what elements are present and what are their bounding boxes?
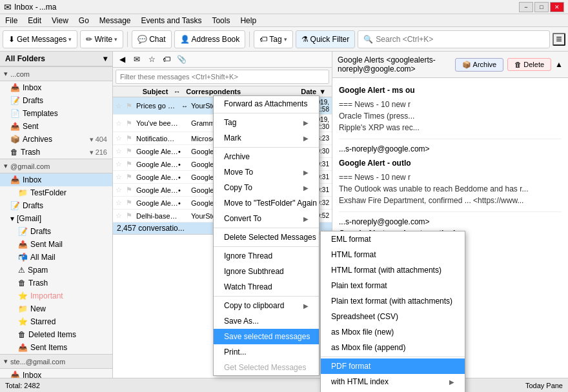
- important-icon: ⭐: [18, 291, 28, 300]
- ctx-watch-thread[interactable]: Watch Thread: [214, 279, 319, 295]
- back-icon[interactable]: ◀: [116, 53, 128, 66]
- restore-button[interactable]: □: [534, 2, 549, 12]
- archives-count: ▾ 404: [90, 135, 107, 144]
- sidebar-item-important[interactable]: ⭐ Important: [0, 289, 112, 302]
- ctx-move-to-arrow: ▶: [303, 169, 309, 176]
- close-button[interactable]: ✕: [550, 2, 564, 12]
- star-8: ☆: [116, 211, 126, 220]
- ctx-plain-text-format-attachments[interactable]: Plain text format (with attachments): [321, 293, 465, 309]
- menubar-item-help[interactable]: Help: [235, 15, 261, 26]
- ctx-convert-to[interactable]: Convert To ▶: [214, 211, 319, 226]
- ctx-delete[interactable]: Delete Selected Messages: [214, 230, 319, 245]
- ctx-mbox-append[interactable]: as Mbox file (append): [321, 340, 465, 355]
- menubar-item-view[interactable]: View: [46, 15, 74, 26]
- get-messages-icon: ⬇: [8, 35, 15, 44]
- toolbar-separator-1: [127, 32, 128, 47]
- ctx-get-selected-messages[interactable]: Get Selected Messages: [214, 360, 319, 375]
- cc-col-header: ↔: [170, 88, 183, 95]
- account3-email: ste...@gmail.com: [10, 358, 65, 366]
- sidebar-item-trash-2[interactable]: 🗑 Trash: [0, 277, 112, 289]
- ctx-print[interactable]: Print...: [214, 344, 319, 360]
- body1-extra: Ripple's XRP was rec...: [339, 122, 562, 133]
- ctx-just-index-html[interactable]: just index (HTML): [321, 389, 465, 392]
- menubar-item-events-and-tasks[interactable]: Events and Tasks: [136, 15, 207, 26]
- ctx-tag[interactable]: Tag ▶: [214, 115, 319, 130]
- search-input[interactable]: [376, 35, 544, 44]
- address-book-button[interactable]: 👤 Address Book: [174, 30, 246, 48]
- sidebar-item-spam[interactable]: ⚠ Spam: [0, 264, 112, 277]
- sidebar-item-inbox-2[interactable]: 📥 Inbox: [0, 173, 112, 186]
- context-menu-1: Forward as Attachments Tag ▶ Mark ▶ Arch…: [213, 95, 320, 376]
- sidebar-item-trash-1[interactable]: 🗑 Trash ▾ 216: [0, 146, 112, 159]
- sidebar-item-drafts-2[interactable]: 📝 Drafts: [0, 199, 112, 212]
- menubar-item-tools[interactable]: Tools: [207, 15, 235, 26]
- ctx-move-to[interactable]: Move To ▶: [214, 164, 319, 180]
- sidebar-item-gmail-drafts[interactable]: 📝 Drafts: [0, 225, 112, 238]
- ctx-eml-format[interactable]: EML format: [321, 231, 465, 247]
- ctx-move-to-testfolder[interactable]: Move to "TestFolder" Again: [214, 195, 319, 211]
- ctx-save-as[interactable]: Save As...: [214, 313, 319, 329]
- account3-header[interactable]: ▾ ste...@gmail.com: [0, 354, 112, 369]
- ctx-pdf-format[interactable]: PDF format: [321, 358, 465, 374]
- sidebar-item-sent-mail[interactable]: 📤 Sent Mail: [0, 238, 112, 251]
- star-7: ☆: [116, 199, 126, 207]
- sidebar-item-starred[interactable]: ⭐ Starred: [0, 315, 112, 328]
- ctx-html-format-attachments[interactable]: HTML format (with attachments): [321, 262, 465, 278]
- filter-input[interactable]: [116, 70, 329, 84]
- ctx-spreadsheet-csv[interactable]: Spreadsheet (CSV): [321, 309, 465, 324]
- tag-button[interactable]: 🏷 Tag ▾: [254, 30, 292, 48]
- sidebar-item-testfolder[interactable]: 📁 TestFolder: [0, 186, 112, 199]
- delete-button[interactable]: 🗑 Delete: [507, 58, 551, 71]
- chat-button[interactable]: 💬 Chat: [132, 30, 171, 48]
- search-box[interactable]: 🔍: [358, 30, 550, 48]
- status-bar: Total: 2482 Today Pane: [0, 378, 568, 392]
- ctx-copy-to-clipboard[interactable]: Copy to clipboard ▶: [214, 298, 319, 313]
- ctx-html-format[interactable]: HTML format: [321, 247, 465, 262]
- menubar-item-file[interactable]: File: [0, 15, 23, 26]
- date-col-header: Date: [278, 88, 316, 95]
- quick-filter-button[interactable]: ⚗ Quick Filter: [296, 30, 356, 48]
- account2-header[interactable]: ▾ @gmail.com: [0, 159, 112, 173]
- sidebar-item-deleted-items[interactable]: 🗑 Deleted Items: [0, 328, 112, 341]
- ctx-archive[interactable]: Archive: [214, 149, 319, 164]
- ctx-forward-as-attachments[interactable]: Forward as Attachments: [214, 96, 319, 112]
- ctx-copy-to[interactable]: Copy To ▶: [214, 180, 319, 195]
- account1-header[interactable]: ▾ ...com: [0, 66, 112, 81]
- sidebar-item-inbox-1[interactable]: 📥 Inbox: [0, 81, 112, 94]
- sidebar-item-templates-1[interactable]: 📄 Templates: [0, 107, 112, 120]
- sidebar-item-gmail[interactable]: ▾ [Gmail]: [0, 212, 112, 225]
- attachment-icon[interactable]: 📎: [175, 53, 188, 66]
- tag-icon-2[interactable]: 🏷: [160, 53, 173, 66]
- toolbar: ⬇ Get Messages ▾ ✏ Write ▾ 💬 Chat 👤 Addr…: [0, 27, 568, 52]
- sidebar-item-sent-1[interactable]: 📤 Sent: [0, 120, 112, 133]
- minimize-button[interactable]: −: [519, 2, 533, 12]
- today-pane-button[interactable]: Today Pane: [525, 382, 563, 389]
- correspondents-col-header: Correspondents: [186, 88, 276, 95]
- menubar-item-edit[interactable]: Edit: [23, 15, 46, 26]
- ctx-save-selected-messages[interactable]: Save selected messages ▶: [214, 329, 319, 344]
- sidebar-item-new[interactable]: 📁 New: [0, 302, 112, 315]
- sidebar-item-drafts-1[interactable]: 📝 Drafts: [0, 94, 112, 107]
- reading-pane-scroll-up[interactable]: ▲: [555, 60, 563, 69]
- subject-4: Google Alert - a...: [136, 161, 178, 168]
- ctx-ignore-subthread[interactable]: Ignore Subthread: [214, 264, 319, 279]
- menubar-item-message[interactable]: Message: [94, 15, 136, 26]
- mark-read-icon[interactable]: ✉: [130, 53, 143, 66]
- star-icon[interactable]: ☆: [145, 53, 158, 66]
- sidebar-item-archives-1[interactable]: 📦 Archives ▾ 404: [0, 133, 112, 146]
- get-messages-button[interactable]: ⬇ Get Messages ▾: [3, 30, 77, 48]
- sidebar-item-sent-items[interactable]: 📤 Sent Items: [0, 341, 112, 354]
- ctx-mark[interactable]: Mark ▶: [214, 130, 319, 146]
- all-mail-icon: 📬: [18, 253, 28, 262]
- write-button[interactable]: ✏ Write ▾: [80, 30, 123, 48]
- menu-button[interactable]: ≡: [553, 33, 565, 46]
- ctx-plain-text-format[interactable]: Plain text format: [321, 278, 465, 293]
- menubar-item-go[interactable]: Go: [74, 15, 94, 26]
- ctx-mbox-new[interactable]: as Mbox file (new): [321, 324, 465, 340]
- ctx-with-html-index[interactable]: with HTML index ▶: [321, 374, 465, 389]
- sent-mail-icon: 📤: [18, 240, 28, 249]
- titlebar-suffix: ...ma: [39, 3, 57, 12]
- ctx-ignore-thread[interactable]: Ignore Thread: [214, 248, 319, 264]
- sidebar-item-all-mail[interactable]: 📬 All Mail: [0, 251, 112, 264]
- archive-button[interactable]: 📦 Archive: [455, 58, 503, 72]
